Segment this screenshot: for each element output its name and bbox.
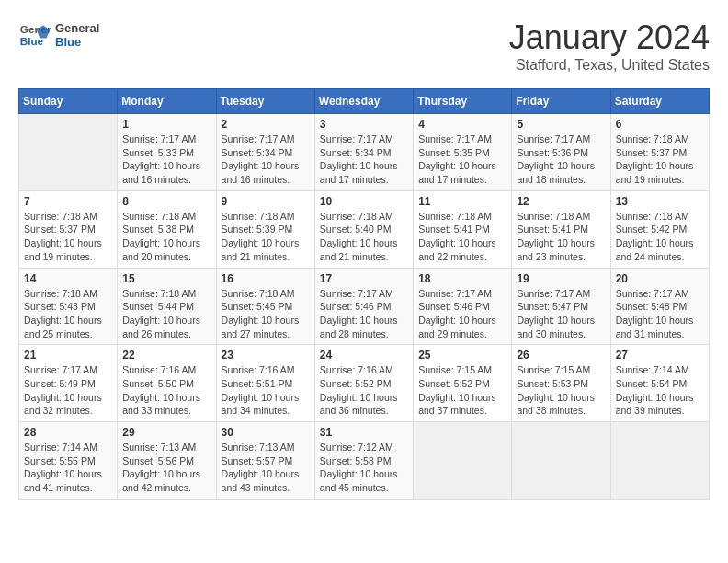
- day-number: 18: [418, 272, 506, 285]
- day-number: 2: [222, 118, 310, 131]
- calendar-cell: 18Sunrise: 7:17 AM Sunset: 5:46 PM Dayli…: [414, 268, 512, 345]
- day-info: Sunrise: 7:18 AM Sunset: 5:39 PM Dayligh…: [222, 210, 310, 264]
- calendar-cell: [414, 422, 512, 500]
- day-info: Sunrise: 7:17 AM Sunset: 5:34 PM Dayligh…: [222, 132, 310, 187]
- day-info: Sunrise: 7:14 AM Sunset: 5:55 PM Dayligh…: [24, 441, 112, 495]
- day-info: Sunrise: 7:18 AM Sunset: 5:44 PM Dayligh…: [122, 287, 210, 341]
- header-thursday: Thursday: [414, 89, 512, 114]
- header-friday: Friday: [512, 89, 610, 114]
- calendar-cell: 2Sunrise: 7:17 AM Sunset: 5:34 PM Daylig…: [216, 114, 314, 191]
- day-number: 23: [222, 349, 310, 362]
- calendar-week-row: 1Sunrise: 7:17 AM Sunset: 5:33 PM Daylig…: [19, 114, 710, 191]
- month-title: January 2024: [509, 18, 710, 57]
- calendar-cell: 16Sunrise: 7:18 AM Sunset: 5:45 PM Dayli…: [216, 268, 314, 345]
- day-number: 13: [616, 195, 704, 208]
- calendar-cell: 23Sunrise: 7:16 AM Sunset: 5:51 PM Dayli…: [216, 345, 314, 422]
- calendar-week-row: 7Sunrise: 7:18 AM Sunset: 5:37 PM Daylig…: [19, 190, 710, 268]
- day-info: Sunrise: 7:16 AM Sunset: 5:52 PM Dayligh…: [320, 363, 408, 418]
- day-number: 8: [122, 195, 210, 208]
- day-number: 1: [122, 118, 210, 131]
- calendar-cell: [610, 422, 709, 500]
- calendar-cell: 7Sunrise: 7:18 AM Sunset: 5:37 PM Daylig…: [19, 190, 118, 268]
- calendar-cell: 30Sunrise: 7:13 AM Sunset: 5:57 PM Dayli…: [216, 422, 314, 500]
- day-info: Sunrise: 7:17 AM Sunset: 5:36 PM Dayligh…: [517, 132, 605, 187]
- day-info: Sunrise: 7:13 AM Sunset: 5:56 PM Dayligh…: [122, 441, 210, 495]
- day-number: 19: [517, 272, 605, 285]
- calendar-header-row: SundayMondayTuesdayWednesdayThursdayFrid…: [19, 89, 710, 114]
- calendar-cell: 10Sunrise: 7:18 AM Sunset: 5:40 PM Dayli…: [314, 190, 413, 268]
- day-number: 24: [320, 349, 408, 362]
- day-info: Sunrise: 7:16 AM Sunset: 5:51 PM Dayligh…: [222, 363, 310, 418]
- calendar-cell: 31Sunrise: 7:12 AM Sunset: 5:58 PM Dayli…: [314, 422, 413, 500]
- calendar-cell: 24Sunrise: 7:16 AM Sunset: 5:52 PM Dayli…: [314, 345, 413, 422]
- day-number: 6: [616, 118, 704, 131]
- calendar-cell: 20Sunrise: 7:17 AM Sunset: 5:48 PM Dayli…: [610, 268, 709, 345]
- day-number: 31: [320, 426, 408, 439]
- logo-blue: Blue: [55, 35, 99, 49]
- title-block: January 2024 Stafford, Texas, United Sta…: [509, 18, 710, 74]
- calendar-cell: 6Sunrise: 7:18 AM Sunset: 5:37 PM Daylig…: [610, 114, 709, 191]
- header-saturday: Saturday: [610, 89, 709, 114]
- day-info: Sunrise: 7:18 AM Sunset: 5:41 PM Dayligh…: [418, 210, 506, 264]
- calendar-cell: 22Sunrise: 7:16 AM Sunset: 5:50 PM Dayli…: [118, 345, 216, 422]
- day-info: Sunrise: 7:17 AM Sunset: 5:49 PM Dayligh…: [24, 363, 112, 418]
- day-info: Sunrise: 7:14 AM Sunset: 5:54 PM Dayligh…: [616, 363, 704, 418]
- day-info: Sunrise: 7:17 AM Sunset: 5:48 PM Dayligh…: [616, 287, 704, 341]
- day-info: Sunrise: 7:18 AM Sunset: 5:41 PM Dayligh…: [517, 210, 605, 264]
- day-number: 11: [418, 195, 506, 208]
- day-number: 16: [222, 272, 310, 285]
- day-number: 10: [320, 195, 408, 208]
- calendar-cell: 25Sunrise: 7:15 AM Sunset: 5:52 PM Dayli…: [414, 345, 512, 422]
- calendar-cell: 14Sunrise: 7:18 AM Sunset: 5:43 PM Dayli…: [19, 268, 118, 345]
- logo-general: General: [55, 21, 99, 35]
- day-number: 28: [24, 426, 112, 439]
- day-info: Sunrise: 7:13 AM Sunset: 5:57 PM Dayligh…: [222, 441, 310, 495]
- day-info: Sunrise: 7:16 AM Sunset: 5:50 PM Dayligh…: [122, 363, 210, 418]
- logo-icon: General Blue: [18, 18, 51, 52]
- day-info: Sunrise: 7:18 AM Sunset: 5:38 PM Dayligh…: [122, 210, 210, 264]
- day-number: 26: [517, 349, 605, 362]
- day-info: Sunrise: 7:18 AM Sunset: 5:43 PM Dayligh…: [24, 287, 112, 341]
- day-info: Sunrise: 7:18 AM Sunset: 5:40 PM Dayligh…: [320, 210, 408, 264]
- day-number: 20: [616, 272, 704, 285]
- day-number: 30: [222, 426, 310, 439]
- calendar-cell: 8Sunrise: 7:18 AM Sunset: 5:38 PM Daylig…: [118, 190, 216, 268]
- day-number: 15: [122, 272, 210, 285]
- calendar-week-row: 28Sunrise: 7:14 AM Sunset: 5:55 PM Dayli…: [19, 422, 710, 500]
- day-info: Sunrise: 7:15 AM Sunset: 5:52 PM Dayligh…: [418, 363, 506, 418]
- logo: General Blue General Blue: [18, 18, 99, 52]
- calendar-cell: 12Sunrise: 7:18 AM Sunset: 5:41 PM Dayli…: [512, 190, 610, 268]
- calendar-cell: 17Sunrise: 7:17 AM Sunset: 5:46 PM Dayli…: [314, 268, 413, 345]
- calendar-cell: 13Sunrise: 7:18 AM Sunset: 5:42 PM Dayli…: [610, 190, 709, 268]
- day-number: 17: [320, 272, 408, 285]
- day-number: 25: [418, 349, 506, 362]
- day-info: Sunrise: 7:17 AM Sunset: 5:33 PM Dayligh…: [122, 132, 210, 187]
- calendar-cell: 9Sunrise: 7:18 AM Sunset: 5:39 PM Daylig…: [216, 190, 314, 268]
- calendar-cell: 1Sunrise: 7:17 AM Sunset: 5:33 PM Daylig…: [118, 114, 216, 191]
- calendar-week-row: 14Sunrise: 7:18 AM Sunset: 5:43 PM Dayli…: [19, 268, 710, 345]
- day-info: Sunrise: 7:17 AM Sunset: 5:34 PM Dayligh…: [320, 132, 408, 187]
- day-number: 5: [517, 118, 605, 131]
- calendar-cell: 5Sunrise: 7:17 AM Sunset: 5:36 PM Daylig…: [512, 114, 610, 191]
- calendar-table: SundayMondayTuesdayWednesdayThursdayFrid…: [18, 88, 710, 500]
- header-sunday: Sunday: [19, 89, 118, 114]
- header-wednesday: Wednesday: [314, 89, 413, 114]
- calendar-cell: 26Sunrise: 7:15 AM Sunset: 5:53 PM Dayli…: [512, 345, 610, 422]
- day-info: Sunrise: 7:18 AM Sunset: 5:42 PM Dayligh…: [616, 210, 704, 264]
- calendar-cell: 29Sunrise: 7:13 AM Sunset: 5:56 PM Dayli…: [118, 422, 216, 500]
- day-number: 22: [122, 349, 210, 362]
- calendar-cell: [512, 422, 610, 500]
- page-header: General Blue General Blue January 2024 S…: [18, 18, 710, 74]
- calendar-cell: 11Sunrise: 7:18 AM Sunset: 5:41 PM Dayli…: [414, 190, 512, 268]
- day-number: 14: [24, 272, 112, 285]
- day-number: 27: [616, 349, 704, 362]
- day-number: 4: [418, 118, 506, 131]
- calendar-cell: 28Sunrise: 7:14 AM Sunset: 5:55 PM Dayli…: [19, 422, 118, 500]
- day-number: 21: [24, 349, 112, 362]
- calendar-cell: 3Sunrise: 7:17 AM Sunset: 5:34 PM Daylig…: [314, 114, 413, 191]
- day-number: 29: [122, 426, 210, 439]
- calendar-week-row: 21Sunrise: 7:17 AM Sunset: 5:49 PM Dayli…: [19, 345, 710, 422]
- calendar-cell: 27Sunrise: 7:14 AM Sunset: 5:54 PM Dayli…: [610, 345, 709, 422]
- calendar-cell: 15Sunrise: 7:18 AM Sunset: 5:44 PM Dayli…: [118, 268, 216, 345]
- day-info: Sunrise: 7:18 AM Sunset: 5:45 PM Dayligh…: [222, 287, 310, 341]
